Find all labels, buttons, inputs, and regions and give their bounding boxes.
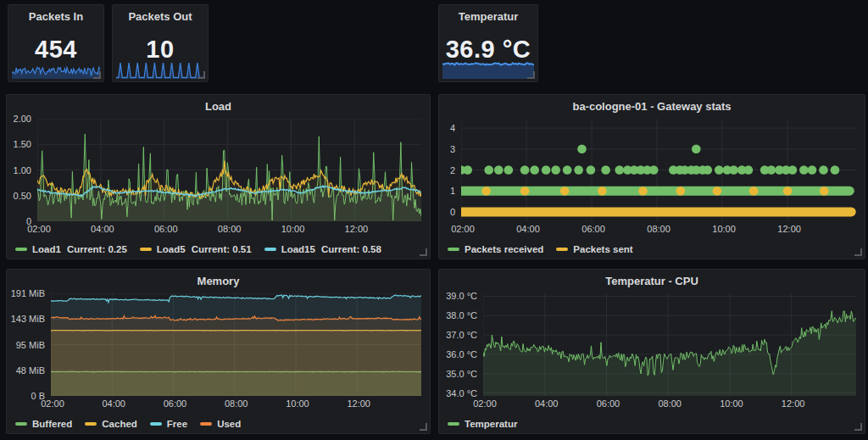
x-tick-label: 06:00 [581,224,605,234]
legend-item-Load1[interactable]: Load1Current: 0.25 [15,244,127,254]
legend-item-Load15[interactable]: Load15Current: 0.58 [264,244,381,254]
legend-item-Temperatur[interactable]: Temperatur [448,419,517,429]
panel-title[interactable]: Memory [7,270,430,292]
load-plot-area[interactable] [37,119,421,221]
panel-title[interactable]: Packets Out [113,5,208,27]
y-tick-label: 1 [439,186,455,196]
legend-item-Packets sent[interactable]: Packets sent [556,244,632,254]
y-tick-label: 0 B [7,391,45,401]
scatter-point-Packets received [484,165,493,175]
scatter-point-Packets received [494,165,504,175]
x-tick-label: 06:00 [597,398,620,409]
panel-resize-handle[interactable] [420,248,427,256]
legend-swatch [448,248,459,251]
stat-value: 454 [8,36,103,64]
scatter-point-Packets sent [713,187,722,196]
legend-swatch [85,422,97,426]
x-tick-label: 08:00 [647,224,670,234]
panel-title[interactable]: Temperatur - CPU [439,270,865,292]
legend: Load1Current: 0.25Load5Current: 0.51Load… [15,244,381,254]
gateway-plot-area[interactable] [461,119,856,221]
panel-resize-handle[interactable] [527,71,535,79]
legend-swatch [15,248,27,251]
panel-resize-handle[interactable] [854,423,862,431]
y-tick-label: 0.50 [7,191,31,201]
panel-title[interactable]: Packets In [8,5,103,27]
panel-resize-handle[interactable] [420,423,427,431]
panel-resize-handle[interactable] [198,71,205,79]
scatter-point-Packets received [463,165,472,175]
sparkline [116,61,204,79]
legend: Temperatur [448,419,517,429]
temperatur-sparkline [442,61,534,79]
scatter-point-Packets received [744,165,754,175]
grafana-dashboard: Packets In 454 Packets Out 10 Temperatur… [0,0,868,440]
scatter-point-Packets sent [749,187,759,196]
y-tick-label: 143 MiB [7,314,45,324]
series-area-Temperatur [483,311,856,396]
panel-resize-handle[interactable] [93,71,101,79]
scatter-point-Packets received [615,165,624,175]
x-tick-label: 08:00 [658,398,682,409]
legend-label: Packets received [465,244,543,254]
scatter-point-Packets sent [783,187,793,196]
scatter-point-Packets sent [560,187,570,196]
legend-item-Cached[interactable]: Cached [85,419,137,429]
x-tick-label: 12:00 [782,398,805,409]
scatter-point-Packets received [799,165,809,175]
legend-swatch [200,422,212,426]
y-tick-label: 1.00 [7,165,31,175]
y-tick-label: 3 [439,144,455,154]
legend-swatch [150,422,162,426]
sparkline [442,61,534,79]
x-tick-label: 04:00 [535,398,559,409]
scatter-point-Packets received [788,165,798,175]
scatter-point-Packets received [587,165,596,175]
x-tick-label: 10:00 [281,224,305,234]
legend-item-Buffered[interactable]: Buffered [15,419,72,429]
scatter-point-Packets received [692,145,701,154]
y-tick-label: 48 MiB [7,365,45,376]
panel-resize-handle[interactable] [854,248,862,256]
scatter-point-Packets sent [598,187,607,196]
legend-item-Used[interactable]: Used [200,419,241,429]
scatter-point-Packets sent [481,187,491,196]
panel-title[interactable]: Temperatur [439,5,537,27]
scatter-point-Packets sent [520,187,530,196]
y-tick-label: 34.0 °C [439,388,477,398]
scatter-point-Packets received [767,165,776,175]
y-tick-label: 0 [439,207,455,217]
packets-out-sparkline [116,61,204,79]
x-tick-label: 04:00 [91,224,114,234]
x-tick-label: 02:00 [41,398,64,409]
x-tick-label: 04:00 [102,398,125,409]
legend-item-Packets received[interactable]: Packets received [448,244,543,254]
panel-gateway-stats: ba-cologne-01 - Gateway stats 0123402:00… [438,94,865,259]
panel-title[interactable]: ba-cologne-01 - Gateway stats [439,95,865,117]
legend-current-value: Current: 0.51 [192,244,252,254]
legend-current-value: Current: 0.58 [321,244,381,254]
temperatur-cpu-plot-area[interactable] [483,293,856,396]
y-tick-label: 2 [439,165,455,175]
legend-item-Load5[interactable]: Load5Current: 0.51 [140,244,252,254]
scatter-point-Packets received [504,165,514,175]
legend-current-value: Current: 0.25 [67,244,127,254]
x-tick-label: 10:00 [720,398,743,409]
y-tick-label: 2.00 [7,114,31,124]
x-tick-label: 08:00 [225,398,248,409]
memory-plot-area[interactable] [51,293,421,396]
x-tick-label: 12:00 [345,224,369,234]
scatter-point-Packets received [542,165,551,175]
scatter-point-Packets received [729,165,738,175]
scatter-point-Packets received [601,165,610,175]
legend-label: Packets sent [573,244,632,254]
y-tick-label: 39.0 °C [439,291,477,301]
scatter-point-Packets received [715,165,724,175]
panel-title[interactable]: Load [7,95,430,117]
legend-label: Load15 [281,244,315,254]
legend-item-Free[interactable]: Free [150,419,187,429]
x-tick-label: 02:00 [451,224,475,234]
scatter-point-Packets received [577,145,587,154]
packets-in-sparkline [12,61,100,79]
y-tick-label: 35.0 °C [439,369,477,379]
